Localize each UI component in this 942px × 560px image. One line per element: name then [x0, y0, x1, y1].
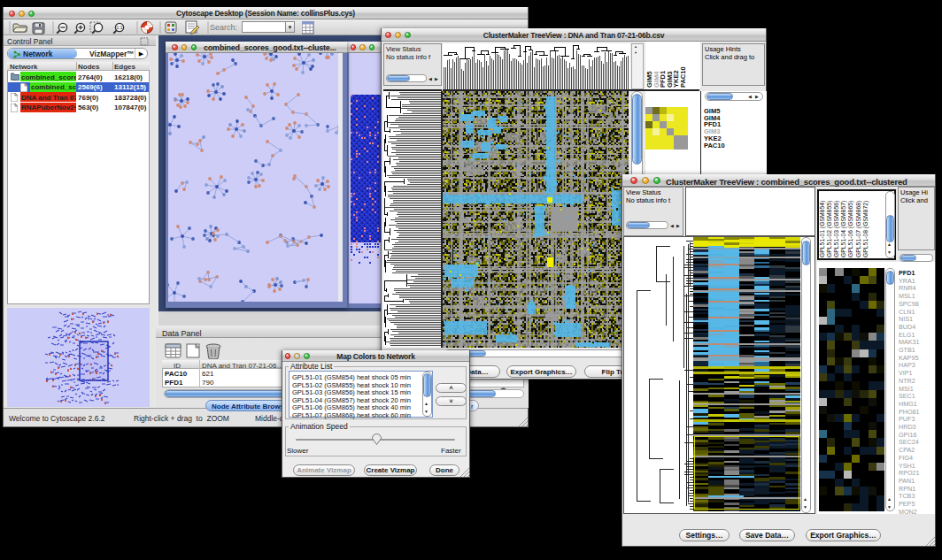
svg-text:GPL51-01 (GSM854): GPL51-01 (GSM854) [819, 201, 826, 257]
svg-text:GPL51-03 (GSM856): GPL51-03 (GSM856) [833, 201, 840, 257]
svg-text:GPL51-02 (GSM855): GPL51-02 (GSM855) [826, 201, 833, 257]
svg-text:PAC10: PAC10 [679, 66, 687, 88]
svg-text:GPL51-07 (GSM868): GPL51-07 (GSM868) [855, 201, 862, 257]
svg-text:1:1: 1:1 [117, 25, 123, 30]
svg-text:GPL51-06 (GSM865): GPL51-06 (GSM865) [847, 201, 854, 257]
svg-text:GPL51-08 (GSM872): GPL51-08 (GSM872) [862, 201, 869, 257]
svg-text:GPL51-04 (GSM857): GPL51-04 (GSM857) [840, 201, 847, 257]
